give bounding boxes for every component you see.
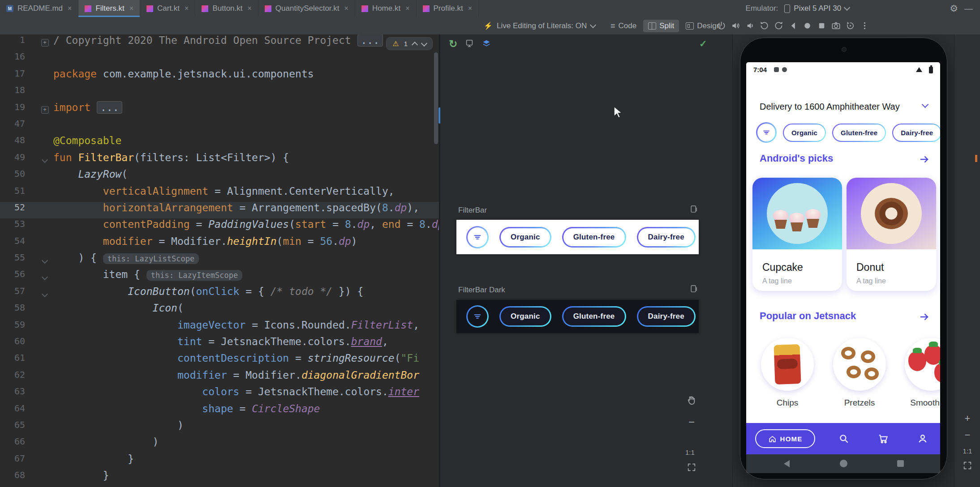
code-line[interactable]: 63 colors = JetsnackTheme.colors.inter bbox=[0, 386, 439, 402]
snack-item-chips[interactable]: Chips bbox=[761, 338, 814, 408]
zoom-one-to-one-button[interactable]: 1:1 bbox=[961, 447, 974, 455]
code-line[interactable]: 62 modifier = Modifier.diagonalGradientB… bbox=[0, 369, 439, 386]
code-line[interactable]: 49fun FilterBar(filters: List<Filter>) { bbox=[0, 152, 439, 168]
code-line[interactable]: 68 } bbox=[0, 470, 439, 486]
more-icon[interactable] bbox=[859, 21, 870, 31]
tab-filters-kt[interactable]: Filters.kt× bbox=[78, 0, 140, 17]
code-line[interactable]: 18 bbox=[0, 85, 439, 101]
code-line[interactable]: 1+/ Copyright 2020 The Android Open Sour… bbox=[0, 34, 439, 51]
fit-screen-icon[interactable] bbox=[687, 462, 696, 474]
power-icon[interactable] bbox=[716, 21, 726, 31]
camera-icon[interactable] bbox=[830, 21, 841, 31]
code-line[interactable]: 51 verticalAlignment = Alignment.CenterV… bbox=[0, 185, 439, 202]
code-line[interactable]: 60 tint = JetsnackTheme.colors.brand, bbox=[0, 336, 439, 352]
editor-scrollbar[interactable] bbox=[434, 52, 438, 144]
code-editor[interactable]: 1+/ Copyright 2020 The Android Open Sour… bbox=[0, 34, 439, 487]
device-selector[interactable]: Pixel 5 API 30 bbox=[784, 4, 849, 13]
code-line[interactable]: 16 bbox=[0, 51, 439, 68]
code-line[interactable]: 54 modifier = Modifier.heightIn(min = 56… bbox=[0, 235, 439, 252]
fit-screen-icon[interactable] bbox=[961, 461, 974, 473]
tab-home-kt[interactable]: Home.kt× bbox=[355, 0, 417, 17]
arrow-right-icon[interactable] bbox=[919, 311, 930, 323]
filter-icon[interactable] bbox=[756, 122, 777, 143]
tab-close-icon[interactable]: × bbox=[248, 4, 252, 13]
snack-item-smooth[interactable]: Smooth bbox=[905, 338, 940, 408]
code-line[interactable]: 50 LazyRow( bbox=[0, 168, 439, 185]
tab-close-icon[interactable]: × bbox=[129, 4, 133, 13]
filter-chip-organic[interactable]: Organic bbox=[499, 227, 551, 248]
tab-close-icon[interactable]: × bbox=[344, 4, 348, 13]
interactive-preview-icon[interactable] bbox=[689, 205, 698, 214]
fold-marker-icon[interactable] bbox=[39, 252, 50, 269]
code-line[interactable]: 65 ) bbox=[0, 419, 439, 436]
filter-chip-organic[interactable]: Organic bbox=[783, 124, 826, 142]
code-line[interactable]: 48@Composable bbox=[0, 135, 439, 151]
home-icon[interactable] bbox=[802, 21, 812, 31]
build-refresh-icon[interactable]: ↻ bbox=[449, 38, 457, 50]
cart-icon[interactable] bbox=[877, 433, 889, 444]
layers-icon[interactable] bbox=[481, 38, 491, 50]
rotate-right-icon[interactable] bbox=[773, 21, 784, 31]
volume-up-icon[interactable] bbox=[730, 21, 741, 31]
code-line[interactable]: 67 } bbox=[0, 453, 439, 470]
snack-card-donut[interactable]: DonutA tag line bbox=[847, 178, 936, 291]
snack-item-pretzels[interactable]: Pretzels bbox=[833, 338, 886, 408]
snack-card-cupcake[interactable]: CupcakeA tag line bbox=[752, 178, 842, 291]
system-back-button[interactable] bbox=[784, 460, 790, 467]
problems-widget[interactable]: ⚠ 1 bbox=[386, 37, 433, 50]
zoom-out-button[interactable]: − bbox=[961, 429, 974, 441]
hand-pan-icon[interactable] bbox=[687, 395, 696, 407]
rotate-left-icon[interactable] bbox=[759, 21, 769, 31]
code-line[interactable]: 53 contentPadding = PaddingValues(start … bbox=[0, 218, 439, 235]
filterbar-preview-dark[interactable]: OrganicGluten-freeDairy-free bbox=[456, 300, 699, 333]
overview-icon[interactable] bbox=[816, 21, 827, 31]
zoom-out-button[interactable]: − bbox=[688, 416, 695, 428]
code-line[interactable]: 52 horizontalArrangement = Arrangement.s… bbox=[0, 202, 439, 218]
fold-marker-icon[interactable] bbox=[39, 286, 50, 302]
code-line[interactable]: 58 Icon( bbox=[0, 302, 439, 319]
filter-chip-organic[interactable]: Organic bbox=[499, 306, 551, 327]
nav-home-button[interactable]: HOME bbox=[755, 429, 815, 448]
tab-button-kt[interactable]: Button.kt× bbox=[195, 0, 258, 17]
fold-marker-icon[interactable] bbox=[39, 152, 50, 168]
code-line[interactable]: 59 imageVector = Icons.Rounded.FilterLis… bbox=[0, 319, 439, 336]
profile-icon[interactable] bbox=[917, 433, 928, 444]
live-edit-control[interactable]: ⚡ Live Editing of Literals: ON bbox=[484, 17, 595, 34]
filter-chip-dairy-free[interactable]: Dairy-free bbox=[637, 227, 696, 248]
code-line[interactable]: 47 bbox=[0, 118, 439, 135]
search-icon[interactable] bbox=[838, 433, 850, 444]
filter-chip-gluten-free[interactable]: Gluten-free bbox=[562, 227, 626, 248]
fold-marker-icon[interactable] bbox=[39, 269, 50, 285]
view-mode-split[interactable]: Split bbox=[643, 20, 679, 32]
filter-icon[interactable] bbox=[466, 226, 489, 248]
zoom-in-button[interactable]: + bbox=[961, 413, 974, 424]
tab-close-icon[interactable]: × bbox=[185, 4, 189, 13]
snapshot-icon[interactable] bbox=[845, 21, 855, 31]
system-overview-button[interactable] bbox=[897, 460, 904, 467]
code-line[interactable]: 61 contentDescription = stringResource("… bbox=[0, 352, 439, 369]
code-line[interactable]: 66 ) bbox=[0, 436, 439, 453]
filter-chip-dairy-free[interactable]: Dairy-free bbox=[637, 306, 696, 327]
tab-profile-kt[interactable]: Profile.kt× bbox=[417, 0, 479, 17]
view-mode-code[interactable]: ≡ Code bbox=[606, 20, 641, 32]
arrow-right-icon[interactable] bbox=[919, 154, 930, 165]
back-icon[interactable] bbox=[787, 21, 798, 31]
interactive-preview-icon[interactable] bbox=[689, 284, 698, 293]
tab-quantityselector-kt[interactable]: QuantitySelector.kt× bbox=[258, 0, 355, 17]
code-line[interactable]: 57 IconButton(onClick = { /* todo */ }) … bbox=[0, 286, 439, 302]
code-line[interactable]: 17package com.example.jetsnack.ui.compon… bbox=[0, 68, 439, 85]
code-line[interactable]: 56 item { this: LazyItemScope bbox=[0, 269, 439, 285]
delivery-address-row[interactable]: Delivery to 1600 Amphitheater Way bbox=[746, 99, 940, 114]
tab-close-icon[interactable]: × bbox=[405, 4, 409, 13]
system-home-button[interactable] bbox=[840, 460, 847, 467]
tab-cart-kt[interactable]: Cart.kt× bbox=[140, 0, 195, 17]
filterbar-preview-light[interactable]: OrganicGluten-freeDairy-free bbox=[456, 220, 699, 254]
volume-down-icon[interactable] bbox=[744, 21, 755, 31]
tab-close-icon[interactable]: × bbox=[68, 4, 72, 13]
previous-problem-icon[interactable] bbox=[412, 41, 418, 47]
code-line[interactable]: 64 shape = CircleShape bbox=[0, 403, 439, 419]
tab-close-icon[interactable]: × bbox=[468, 4, 472, 13]
filter-chip-gluten-free[interactable]: Gluten-free bbox=[562, 306, 626, 327]
minimize-icon[interactable]: — bbox=[964, 4, 973, 13]
code-line[interactable]: 19+import ... bbox=[0, 102, 439, 118]
